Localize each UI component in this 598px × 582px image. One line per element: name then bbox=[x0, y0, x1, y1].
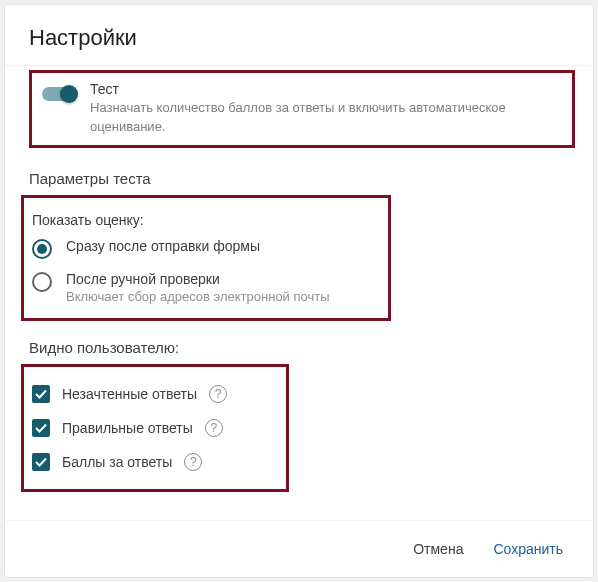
radio-manual-label: После ручной проверки bbox=[66, 271, 330, 287]
radio-immediate-text: Сразу после отправки формы bbox=[66, 238, 260, 254]
help-icon[interactable]: ? bbox=[209, 385, 227, 403]
visible-missed-row[interactable]: Незачтенные ответы ? bbox=[24, 377, 268, 411]
dialog-scroll-area[interactable]: Тест Назначать количество баллов за отве… bbox=[5, 65, 593, 520]
cancel-button[interactable]: Отмена bbox=[403, 533, 473, 565]
checkbox-missed-label: Незачтенные ответы bbox=[62, 386, 197, 402]
quiz-toggle-description: Назначать количество баллов за ответы и … bbox=[90, 99, 562, 137]
quiz-toggle-text: Тест Назначать количество баллов за отве… bbox=[90, 81, 562, 137]
highlight-box-visible: Незачтенные ответы ? Правильные ответы ?… bbox=[21, 364, 289, 492]
radio-immediate-label: Сразу после отправки формы bbox=[66, 238, 260, 254]
checkbox-points-label: Баллы за ответы bbox=[62, 454, 172, 470]
release-manual-row[interactable]: После ручной проверки Включает сбор адре… bbox=[24, 261, 378, 306]
visible-points-row[interactable]: Баллы за ответы ? bbox=[24, 445, 268, 479]
help-icon[interactable]: ? bbox=[184, 453, 202, 471]
quiz-toggle-label: Тест bbox=[90, 81, 562, 97]
highlight-box-quiz: Тест Назначать количество баллов за отве… bbox=[29, 70, 575, 148]
dialog-title: Настройки bbox=[5, 5, 593, 65]
respondent-see-header: Видно пользователю: bbox=[29, 339, 585, 356]
toggle-knob bbox=[60, 85, 78, 103]
checkbox-correct[interactable] bbox=[32, 419, 50, 437]
radio-manual-text: После ручной проверки Включает сбор адре… bbox=[66, 271, 330, 304]
check-icon bbox=[34, 421, 48, 435]
checkbox-correct-label: Правильные ответы bbox=[62, 420, 193, 436]
save-button[interactable]: Сохранить bbox=[483, 533, 573, 565]
radio-manual[interactable] bbox=[32, 272, 52, 292]
check-icon bbox=[34, 387, 48, 401]
quiz-toggle-row[interactable]: Тест Назначать количество баллов за отве… bbox=[42, 81, 562, 137]
checkbox-points[interactable] bbox=[32, 453, 50, 471]
check-icon bbox=[34, 455, 48, 469]
release-immediate-row[interactable]: Сразу после отправки формы bbox=[24, 228, 378, 261]
checkbox-missed[interactable] bbox=[32, 385, 50, 403]
test-params-header: Параметры теста bbox=[29, 170, 585, 187]
radio-immediate[interactable] bbox=[32, 239, 52, 259]
radio-manual-description: Включает сбор адресов электронной почты bbox=[66, 289, 330, 304]
release-grade-header: Показать оценку: bbox=[24, 212, 378, 228]
highlight-box-release: Показать оценку: Сразу после отправки фо… bbox=[21, 195, 391, 321]
quiz-toggle[interactable] bbox=[42, 85, 76, 99]
visible-correct-row[interactable]: Правильные ответы ? bbox=[24, 411, 268, 445]
help-icon[interactable]: ? bbox=[205, 419, 223, 437]
dialog-actions: Отмена Сохранить bbox=[5, 520, 593, 577]
settings-dialog: Настройки Тест Назначать количество балл… bbox=[4, 4, 594, 578]
